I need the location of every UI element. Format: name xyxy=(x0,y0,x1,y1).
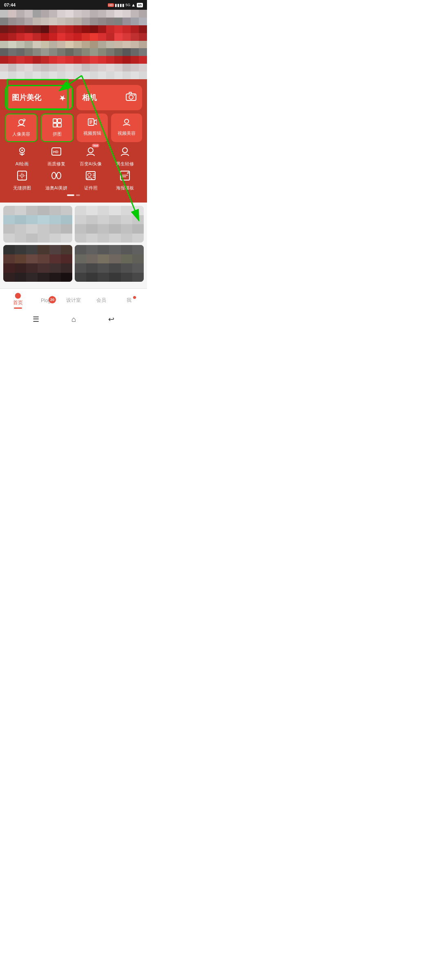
network-bars: ▮▮▮▮ xyxy=(115,3,125,7)
hot-badge: Hot xyxy=(92,144,99,147)
poster-template-item[interactable]: 海报模板 xyxy=(109,170,141,191)
wifi-icon: ▲ xyxy=(131,2,136,7)
ai-draw-icon xyxy=(17,146,27,159)
id-photo-label: 证件照 xyxy=(84,185,98,191)
video-beauty-icon xyxy=(122,118,131,129)
dior-ai-icon xyxy=(51,170,62,183)
page-dot-inactive xyxy=(76,194,80,196)
portrait-icon xyxy=(17,118,26,129)
status-time: 07:44 xyxy=(4,2,16,7)
page-dots xyxy=(5,194,142,196)
pin-icon: ★ xyxy=(57,91,68,104)
svg-rect-7 xyxy=(58,119,61,122)
svg-point-3 xyxy=(134,95,135,96)
beautify-button[interactable]: 图片美化 ★ xyxy=(5,85,73,110)
svg-rect-9 xyxy=(58,123,61,127)
svg-point-17 xyxy=(21,149,23,151)
svg-rect-2 xyxy=(129,92,131,94)
icon-buttons-row: 人像美容 拼图 xyxy=(5,114,142,142)
svg-rect-6 xyxy=(53,119,57,122)
hd-restore-item[interactable]: HD 画质修复 xyxy=(40,146,73,167)
seamless-collage-item[interactable]: 无缝拼图 xyxy=(6,170,38,191)
ai-avatar-item[interactable]: Hot 百变AI头像 xyxy=(74,146,107,167)
svg-rect-23 xyxy=(18,171,27,180)
video-beauty-button[interactable]: 视频美容 xyxy=(111,114,142,142)
bottom-content-area xyxy=(0,203,147,288)
feature-grid: AI绘画 HD 画质修复 xyxy=(5,146,142,191)
svg-rect-8 xyxy=(53,123,57,127)
tools-panel: 图片美化 ★ 相机 xyxy=(0,79,147,203)
seamless-collage-icon xyxy=(17,170,27,183)
id-photo-icon xyxy=(85,170,96,183)
poster-label: 海报模板 xyxy=(116,185,134,191)
hero-image-area xyxy=(0,10,147,79)
svg-point-22 xyxy=(122,148,127,153)
svg-point-27 xyxy=(52,172,56,179)
nav-plog[interactable]: 20 Plog xyxy=(36,298,56,303)
ai-draw-item[interactable]: AI绘画 xyxy=(6,146,38,167)
android-home-icon[interactable]: ⌂ xyxy=(71,315,76,324)
nav-home-icon: ⬤ xyxy=(15,292,21,298)
svg-point-1 xyxy=(129,95,133,99)
hd-restore-label: 画质修复 xyxy=(47,161,65,167)
video-beauty-label: 视频美容 xyxy=(118,130,136,136)
battery-indicator: 85 xyxy=(137,3,143,7)
svg-text:HD: HD xyxy=(53,150,58,154)
bottom-navigation: ⬤ 首页 20 Plog 设计室 会员 我 xyxy=(0,288,147,312)
portrait-beauty-button[interactable]: 人像美容 xyxy=(5,114,38,142)
camera-button[interactable]: 相机 xyxy=(76,85,142,110)
collage-button[interactable]: 拼图 xyxy=(41,114,74,142)
ai-draw-label: AI绘画 xyxy=(16,161,29,167)
svg-point-28 xyxy=(57,172,61,179)
camera-label: 相机 xyxy=(82,93,97,102)
dior-ai-item[interactable]: 迪奥AI美妍 xyxy=(40,170,73,191)
hd-restore-icon: HD xyxy=(51,146,62,159)
male-retouch-item[interactable]: 男生轻修 xyxy=(109,146,141,167)
hd-icon: HD xyxy=(108,3,114,7)
nav-home[interactable]: ⬤ 首页 xyxy=(8,292,28,309)
video-edit-label: 视频剪辑 xyxy=(83,130,101,136)
nav-home-bar xyxy=(14,307,22,309)
main-container: 图片美化 ★ 相机 xyxy=(0,10,147,327)
nav-design-label: 设计室 xyxy=(66,297,81,304)
status-right: HD ▮▮▮▮ 5G ▲ 85 xyxy=(108,2,143,7)
android-back-icon[interactable]: ↩ xyxy=(108,315,114,324)
video-edit-button[interactable]: 视频剪辑 xyxy=(77,114,108,142)
ai-avatar-icon xyxy=(85,146,96,159)
android-menu-icon[interactable]: ☰ xyxy=(33,315,39,324)
camera-icon xyxy=(126,92,136,103)
nav-me-label: 我 xyxy=(127,297,131,304)
male-retouch-icon xyxy=(120,146,130,159)
5g-icon: 5G xyxy=(125,3,130,7)
portrait-label: 人像美容 xyxy=(12,131,30,137)
male-retouch-label: 男生轻修 xyxy=(116,161,134,167)
collage-label: 拼图 xyxy=(53,131,62,137)
status-icons: HD ▮▮▮▮ 5G ▲ xyxy=(108,2,136,7)
status-bar: 07:44 HD ▮▮▮▮ 5G ▲ 85 xyxy=(0,0,147,10)
id-photo-item[interactable]: 证件照 xyxy=(74,170,107,191)
video-edit-icon xyxy=(88,118,97,129)
nav-me[interactable]: 我 xyxy=(119,297,139,304)
beautify-label: 图片美化 xyxy=(12,93,41,102)
nav-me-dot xyxy=(133,296,136,299)
collage-icon xyxy=(53,118,62,129)
ai-avatar-label: 百变AI头像 xyxy=(80,161,102,167)
svg-point-30 xyxy=(88,173,91,176)
poster-template-icon xyxy=(120,170,130,183)
svg-point-15 xyxy=(125,119,129,123)
nav-home-label: 首页 xyxy=(13,299,23,306)
nav-vip[interactable]: 会员 xyxy=(91,297,111,304)
nav-plog-badge: 20 xyxy=(49,296,56,303)
svg-point-21 xyxy=(88,148,93,153)
seamless-label: 无缝拼图 xyxy=(13,185,31,191)
android-nav-bar: ☰ ⌂ ↩ xyxy=(0,312,147,327)
svg-marker-11 xyxy=(94,120,97,125)
dior-ai-label: 迪奥AI美妍 xyxy=(45,185,67,191)
nav-design[interactable]: 设计室 xyxy=(63,297,84,304)
nav-vip-label: 会员 xyxy=(96,297,106,304)
page-dot-active xyxy=(67,194,74,196)
top-buttons-row: 图片美化 ★ 相机 xyxy=(5,85,142,110)
